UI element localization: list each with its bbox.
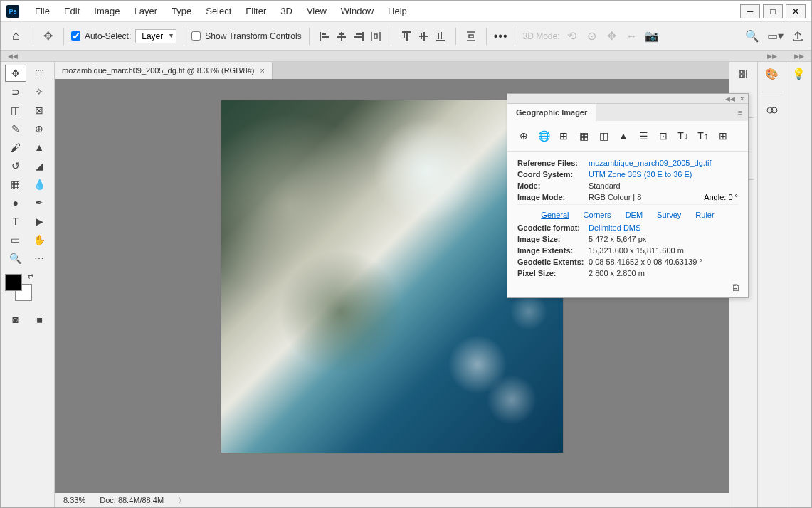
geo-close-icon[interactable]: ✕ (739, 95, 745, 102)
doc-size[interactable]: Doc: 88.4M/88.4M (100, 496, 164, 504)
geo-mosaic-icon[interactable]: ⊡ (655, 128, 671, 144)
auto-select-input[interactable] (71, 31, 80, 41)
quickmask-tool[interactable]: ◙ (5, 311, 26, 328)
align-left-icon[interactable] (317, 28, 332, 44)
document-tab[interactable]: mozambique_march09_2005_dg.tif @ 8.33% (… (55, 62, 273, 79)
zoom-tool[interactable]: 🔍 (5, 250, 26, 267)
pen-tool[interactable]: ✒ (29, 194, 51, 211)
stamp-tool[interactable]: ▲ (29, 139, 51, 156)
path-select-tool[interactable]: ▶ (29, 213, 51, 230)
zoom-level[interactable]: 8.33% (63, 496, 85, 504)
menu-layer[interactable]: Layer (127, 6, 165, 16)
align-bottom-icon[interactable] (433, 28, 448, 44)
align-right-icon[interactable] (351, 28, 367, 44)
status-bar: 8.33% Doc: 88.4M/88.4M 〉 (55, 493, 729, 507)
geo-georef-icon[interactable]: ⊕ (516, 128, 532, 144)
maximize-button[interactable]: □ (763, 4, 783, 18)
collapse-right-icon-1[interactable]: ▶▶ (767, 53, 777, 60)
subtab-dem[interactable]: DEM (626, 211, 643, 219)
hand-tool[interactable]: ✋ (29, 231, 51, 248)
distribute-v-icon[interactable] (463, 28, 479, 44)
heal-tool[interactable]: ⊕ (29, 120, 51, 137)
geo-panel-header[interactable]: ◀◀ ✕ (507, 94, 748, 104)
color-swatch[interactable]: ⇄ (5, 274, 32, 301)
subtab-survey[interactable]: Survey (657, 211, 681, 219)
geo-globe-icon[interactable]: 🌐 (536, 128, 552, 144)
status-arrow-icon[interactable]: 〉 (178, 495, 186, 506)
more-options-icon[interactable]: ••• (494, 30, 508, 43)
swap-colors-icon[interactable]: ⇄ (28, 272, 33, 280)
blur-tool[interactable]: 💧 (29, 176, 51, 193)
edit-toolbar[interactable]: ⋯ (29, 250, 51, 267)
gradient-tool[interactable]: ▦ (5, 176, 26, 193)
arrange-icon[interactable]: ▭▾ (767, 28, 783, 44)
move-tool-icon[interactable]: ✥ (41, 28, 56, 44)
distribute-h-icon[interactable] (368, 28, 384, 44)
geographic-imager-panel[interactable]: ◀◀ ✕ Geographic Imager ≡ ⊕ 🌐 ⊞ ▦ ◫ ▲ ☰ ⊡… (507, 93, 749, 298)
menu-view[interactable]: View (300, 6, 334, 16)
align-top-icon[interactable] (399, 28, 414, 44)
menu-edit[interactable]: Edit (57, 6, 87, 16)
lasso-tool[interactable]: ⊃ (5, 83, 26, 100)
collapse-right-icon-2[interactable]: ▶▶ (794, 53, 804, 60)
menu-select[interactable]: Select (199, 6, 238, 16)
color-icon[interactable]: 🎨 (764, 66, 780, 82)
geo-grid-icon[interactable]: ⊞ (556, 128, 571, 144)
learn-icon[interactable]: 💡 (791, 66, 807, 82)
share-icon[interactable] (790, 28, 806, 44)
text-tool[interactable]: T (5, 213, 26, 230)
screen-mode-tool[interactable]: ▣ (29, 311, 51, 328)
subtab-general[interactable]: General (541, 211, 569, 219)
align-center-h-icon[interactable] (334, 28, 349, 44)
geo-collapse-icon[interactable]: ◀◀ (725, 95, 735, 102)
auto-select-checkbox[interactable]: Auto-Select: (71, 31, 131, 41)
geo-page-icon[interactable]: 🗎 (731, 282, 741, 293)
geo-add-icon[interactable]: ⊞ (715, 128, 731, 144)
collapse-left-icon[interactable]: ◀◀ (8, 53, 18, 60)
menu-window[interactable]: Window (334, 6, 381, 16)
home-icon[interactable]: ⌂ (6, 28, 26, 43)
menu-file[interactable]: File (28, 6, 57, 16)
menu-3d[interactable]: 3D (273, 6, 300, 16)
coord-value[interactable]: UTM Zone 36S (30 E to 36 E) (589, 170, 692, 179)
ref-files-value[interactable]: mozambique_march09_2005_dg.tif (589, 159, 711, 167)
show-transform-checkbox[interactable]: Show Transform Controls (191, 31, 301, 41)
move-tool[interactable]: ✥ (5, 65, 26, 82)
menu-type[interactable]: Type (164, 6, 199, 16)
subtab-corners[interactable]: Corners (584, 211, 611, 219)
foreground-color[interactable] (5, 274, 22, 291)
geodetic-format-value[interactable]: Delimited DMS (589, 223, 640, 232)
geo-panel-menu-icon[interactable]: ≡ (732, 104, 748, 121)
geo-table-icon[interactable]: ☰ (636, 128, 651, 144)
geo-import-icon[interactable]: T↓ (675, 128, 691, 144)
geo-terrain-icon[interactable]: ▲ (616, 128, 631, 144)
geo-tile-icon[interactable]: ▦ (576, 128, 591, 144)
titlebar: Ps File Edit Image Layer Type Select Fil… (1, 1, 811, 22)
wand-tool[interactable]: ✧ (29, 83, 51, 100)
subtab-ruler[interactable]: Ruler (695, 211, 714, 219)
marquee-tool[interactable]: ⬚ (29, 65, 51, 82)
layer-select[interactable]: Layer (135, 29, 176, 43)
geo-crop-icon[interactable]: ◫ (596, 128, 611, 144)
search-icon[interactable]: 🔍 (744, 28, 760, 44)
cc-icon[interactable] (764, 102, 780, 118)
geo-export-icon[interactable]: T↑ (695, 128, 711, 144)
menu-help[interactable]: Help (381, 6, 414, 16)
menu-image[interactable]: Image (87, 6, 127, 16)
geo-tab-main[interactable]: Geographic Imager (507, 104, 596, 121)
eyedropper-tool[interactable]: ✎ (5, 120, 26, 137)
eraser-tool[interactable]: ◢ (29, 157, 51, 174)
dodge-tool[interactable]: ● (5, 194, 26, 211)
properties-icon[interactable] (736, 66, 752, 82)
frame-tool[interactable]: ⊠ (29, 102, 51, 119)
brush-tool[interactable]: 🖌 (5, 139, 26, 156)
menu-filter[interactable]: Filter (238, 6, 273, 16)
close-button[interactable]: ✕ (786, 4, 806, 18)
minimize-button[interactable]: ─ (740, 4, 760, 18)
show-transform-input[interactable] (191, 31, 201, 41)
close-tab-icon[interactable]: × (260, 66, 264, 75)
crop-tool[interactable]: ◫ (5, 102, 26, 119)
shape-tool[interactable]: ▭ (5, 231, 26, 248)
align-middle-icon[interactable] (416, 28, 431, 44)
history-brush-tool[interactable]: ↺ (5, 157, 26, 174)
